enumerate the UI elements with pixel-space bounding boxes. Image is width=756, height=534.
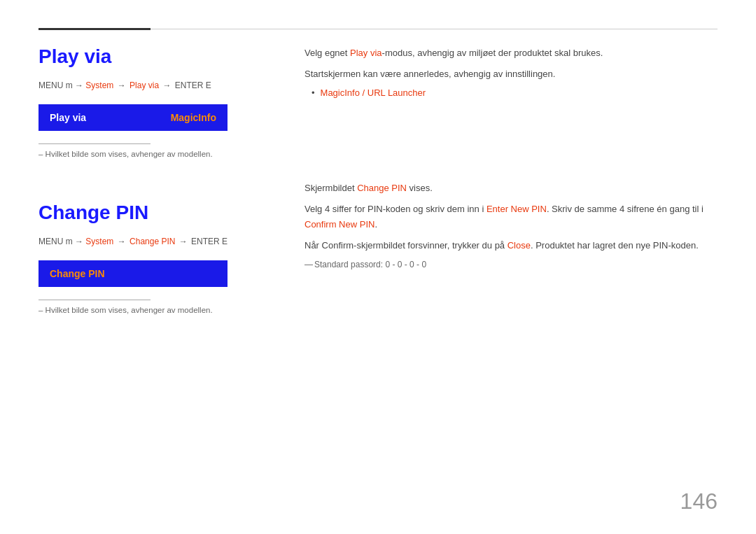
top-line-light [150, 29, 718, 29]
change-pin-desc-2: Velg 4 siffer for PIN-koden og skriv dem… [304, 202, 718, 232]
standard-password-note: Standard passord: 0 - 0 - 0 - 0 [304, 260, 718, 269]
change-pin-desc-1: Skjermbildet Change PIN vises. [304, 181, 718, 196]
change-pin-title: Change PIN [38, 202, 276, 224]
menu-change-pin: Change PIN [130, 237, 175, 246]
play-via-title: Play via [38, 45, 276, 68]
left-column: Play via MENU m → System → Play via → EN… [38, 45, 298, 335]
change-pin-divider [38, 300, 150, 300]
change-pin-inline-1: Change PIN [357, 183, 407, 193]
content-area: Play via MENU m → System → Play via → EN… [38, 45, 718, 335]
play-via-note: Hvilket bilde som vises, avhenger av mod… [38, 150, 276, 158]
play-via-desc-2: Startskjermen kan være annerledes, avhen… [304, 66, 718, 82]
menu-play-via: Play via [130, 80, 159, 90]
enter-new-pin-inline: Enter New PIN [486, 204, 547, 214]
change-pin-right-content: Skjermbildet Change PIN vises. Velg 4 si… [304, 181, 718, 269]
change-pin-mockup: Change PIN [38, 260, 227, 287]
play-via-inline: Play via [350, 48, 382, 58]
play-via-bullet: MagicInfo / URL Launcher [312, 87, 718, 98]
menu-system-2: System [85, 237, 113, 246]
page-container: Play via MENU m → System → Play via → EN… [0, 0, 756, 534]
right-column: Velg egnet Play via-modus, avhengig av m… [298, 45, 718, 335]
top-line-dark [38, 28, 150, 30]
play-via-divider [38, 143, 150, 144]
mockup-magicinfo-label: MagicInfo [171, 112, 216, 123]
right-gap [304, 102, 718, 125]
change-pin-note: Hvilket bilde som vises, avhenger av mod… [38, 306, 276, 314]
confirm-new-pin-inline: Confirm New PIN [304, 219, 374, 230]
menu-prefix-2: MENU m → [38, 237, 85, 246]
play-via-mockup: Play via MagicInfo [38, 104, 227, 131]
bullet-magicinfo-url: MagicInfo / URL Launcher [321, 87, 426, 98]
play-via-desc-1: Velg egnet Play via-modus, avhengig av m… [304, 45, 718, 61]
section-play-via: Play via MENU m → System → Play via → EN… [38, 45, 276, 158]
menu-prefix: MENU m → [38, 80, 85, 90]
top-divider [38, 28, 718, 30]
mockup-play-via-label: Play via [50, 112, 86, 123]
section-change-pin: Change PIN MENU m → System → Change PIN … [38, 202, 276, 314]
play-via-menu-path: MENU m → System → Play via → ENTER E [38, 79, 276, 92]
menu-system-1: System [85, 80, 113, 90]
play-via-right-content: Velg egnet Play via-modus, avhengig av m… [304, 45, 718, 98]
page-number: 146 [680, 489, 718, 514]
change-pin-desc-3: Når Confirm-skjermbildet forsvinner, try… [304, 238, 718, 253]
menu-enter-2: ENTER E [191, 237, 227, 246]
menu-enter-1: ENTER E [175, 80, 211, 90]
close-inline: Close [507, 240, 531, 251]
section-gap-1 [38, 179, 276, 202]
change-pin-menu-path: MENU m → System → Change PIN → ENTER E [38, 235, 276, 248]
mockup-change-pin-label: Change PIN [50, 268, 105, 279]
right-spacer [304, 125, 718, 181]
